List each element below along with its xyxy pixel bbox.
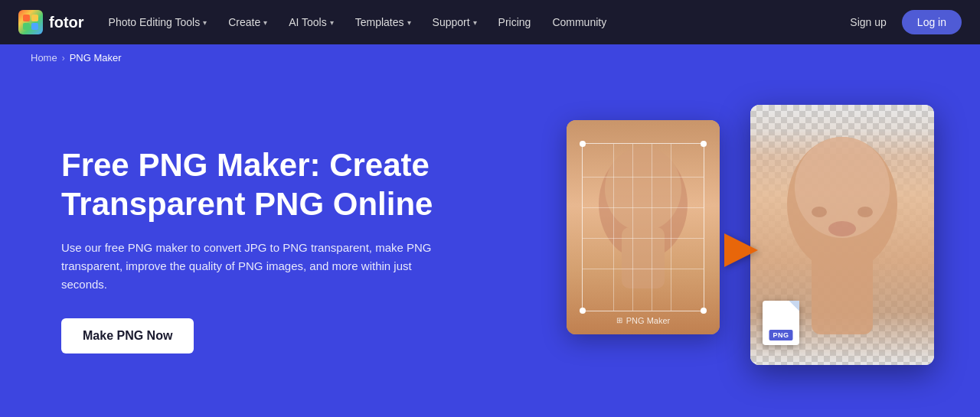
corner-tr <box>701 141 707 147</box>
chevron-down-icon: ▾ <box>473 18 477 27</box>
nav-pricing[interactable]: Pricing <box>489 11 541 33</box>
nav-create[interactable]: Create ▾ <box>219 11 276 33</box>
png-file-icon: PNG <box>763 301 805 350</box>
navbar: fotor Photo Editing Tools ▾ Create ▾ AI … <box>0 0 980 44</box>
svg-point-10 <box>812 207 827 217</box>
signup-button[interactable]: Sign up <box>838 11 898 33</box>
svg-rect-3 <box>31 23 38 30</box>
logo-text: fotor <box>49 14 84 31</box>
watermark-text: PNG Maker <box>626 316 670 325</box>
chevron-down-icon: ▾ <box>263 18 267 27</box>
svg-rect-1 <box>31 15 38 21</box>
svg-point-11 <box>858 207 873 217</box>
logo-icon <box>18 10 43 34</box>
chevron-down-icon: ▾ <box>407 18 411 27</box>
svg-rect-2 <box>23 23 30 30</box>
breadcrumb-separator: › <box>62 53 65 64</box>
svg-point-12 <box>828 221 856 236</box>
demo-after-card: PNG <box>750 105 934 365</box>
nav-templates[interactable]: Templates ▾ <box>346 11 420 33</box>
breadcrumb: Home › PNG Maker <box>0 44 980 71</box>
login-button[interactable]: Log in <box>902 10 962 34</box>
chevron-down-icon: ▾ <box>330 18 334 27</box>
logo[interactable]: fotor <box>18 10 84 34</box>
watermark: ⊞ PNG Maker <box>616 316 670 325</box>
grid-overlay <box>582 143 704 311</box>
png-icon-body: PNG <box>763 301 799 345</box>
nav-photo-editing-tools[interactable]: Photo Editing Tools ▾ <box>100 11 217 33</box>
png-icon-label: PNG <box>769 330 792 340</box>
demo-before-image: ⊞ PNG Maker <box>567 120 720 334</box>
svg-rect-0 <box>23 15 30 21</box>
demo-before-card: ⊞ PNG Maker <box>567 120 720 334</box>
breadcrumb-current: PNG Maker <box>70 52 122 64</box>
svg-rect-9 <box>812 250 873 334</box>
hero-content: Free PNG Maker: Create Transparent PNG O… <box>61 146 505 353</box>
hero-demo: ⊞ PNG Maker <box>536 120 934 380</box>
corner-bl <box>580 308 586 314</box>
hero-description: Use our free PNG maker to convert JPG to… <box>61 239 436 294</box>
hero-section: Free PNG Maker: Create Transparent PNG O… <box>0 71 980 417</box>
hero-title: Free PNG Maker: Create Transparent PNG O… <box>61 146 505 223</box>
chevron-down-icon: ▾ <box>203 18 207 27</box>
corner-tl <box>580 141 586 147</box>
nav-support[interactable]: Support ▾ <box>423 11 486 33</box>
arrow-shape <box>724 233 758 267</box>
nav-community[interactable]: Community <box>543 11 616 33</box>
nav-ai-tools[interactable]: AI Tools ▾ <box>279 11 343 33</box>
corner-br <box>701 308 707 314</box>
checkerboard-bg: PNG <box>750 105 934 365</box>
watermark-icon: ⊞ <box>616 316 622 324</box>
breadcrumb-home[interactable]: Home <box>31 52 57 64</box>
demo-arrow <box>724 233 758 267</box>
make-png-button[interactable]: Make PNG Now <box>61 318 194 353</box>
png-icon-fold <box>789 301 799 311</box>
